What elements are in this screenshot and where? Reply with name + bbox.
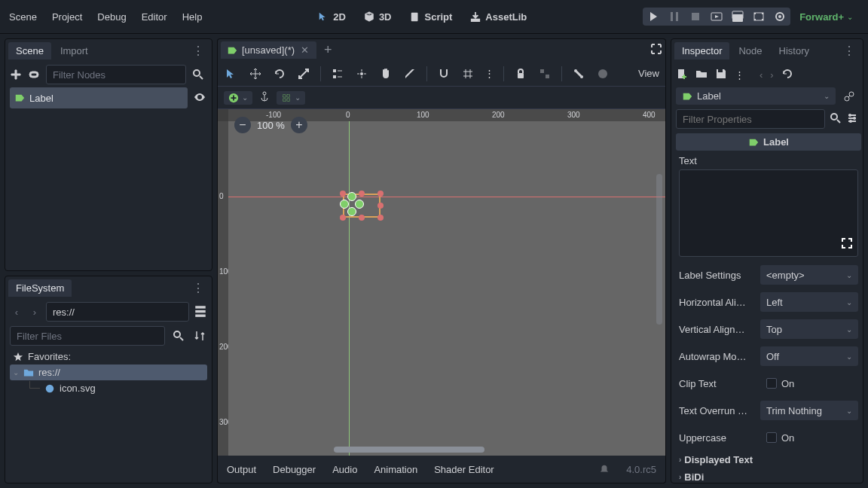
inspected-node[interactable]: Label ⌄	[676, 87, 836, 105]
insp-search-icon[interactable]	[830, 112, 842, 127]
resize-handle[interactable]	[377, 215, 384, 221]
viewport-2d[interactable]	[228, 121, 665, 456]
resize-handle[interactable]	[377, 203, 384, 209]
move-tool-icon[interactable]	[248, 66, 263, 81]
snap-toggle-icon[interactable]	[436, 66, 451, 81]
fs-sort-icon[interactable]	[192, 328, 207, 343]
play-icon[interactable]	[647, 11, 659, 23]
bell-icon[interactable]	[599, 464, 610, 474]
menu-editor[interactable]: Editor	[142, 11, 167, 23]
ruler-tool-icon[interactable]	[402, 66, 417, 81]
pause-icon[interactable]	[668, 11, 680, 23]
history-reset-icon[interactable]	[781, 68, 793, 82]
rotate-tool-icon[interactable]	[272, 66, 287, 81]
node-tab[interactable]: Node	[731, 42, 769, 59]
panel-menu-icon[interactable]: ⋮	[188, 44, 209, 58]
prop-uppercase[interactable]: Uppercase On	[676, 424, 861, 451]
nav-forward-icon[interactable]: ›	[28, 303, 41, 320]
animation-tab[interactable]: Animation	[374, 464, 417, 475]
checkbox-icon[interactable]	[766, 378, 777, 389]
menu-scene[interactable]: Scene	[9, 11, 37, 23]
debugger-tab[interactable]: Debugger	[273, 464, 316, 475]
add-node-icon[interactable]	[10, 67, 22, 82]
filter-files-input[interactable]	[10, 326, 165, 346]
history-back-icon[interactable]: ‹	[760, 69, 763, 81]
snap-menu-icon[interactable]: ⋮	[484, 68, 494, 79]
movie-icon[interactable]	[753, 11, 765, 23]
fold-bidi[interactable]: ›BiDi	[676, 468, 861, 483]
resize-handle[interactable]	[359, 215, 365, 221]
prop-label-settings[interactable]: Label Settings <empty>⌄	[676, 261, 861, 288]
menu-project[interactable]: Project	[52, 11, 82, 23]
anchor-icon[interactable]	[258, 90, 270, 105]
pivot-handle[interactable]	[347, 207, 356, 216]
pivot-handle[interactable]	[355, 200, 364, 209]
inspector-extra-menu-icon[interactable]: ⋮	[735, 69, 744, 81]
horizontal-scrollbar[interactable]	[334, 447, 484, 453]
pivot-icon[interactable]	[354, 66, 369, 81]
audio-tab[interactable]: Audio	[332, 464, 357, 475]
zoom-out-button[interactable]: −	[234, 117, 251, 133]
expand-icon[interactable]	[841, 237, 853, 252]
workspace-assetlib[interactable]: AssetLib	[463, 7, 534, 27]
resize-handle[interactable]	[340, 215, 346, 221]
pivot-handle[interactable]	[340, 200, 349, 209]
distraction-free-icon[interactable]	[650, 43, 662, 57]
inspector-panel-menu-icon[interactable]: ⋮	[839, 44, 860, 58]
link-icon[interactable]	[28, 67, 40, 82]
renderer-select[interactable]: Forward+ ⌄	[793, 11, 859, 23]
history-tab[interactable]: History	[772, 42, 817, 59]
pan-tool-icon[interactable]	[378, 66, 393, 81]
scene-tab[interactable]: Scene	[8, 42, 51, 59]
camera-icon[interactable]	[774, 11, 786, 23]
filter-properties-input[interactable]	[676, 109, 825, 129]
section-label[interactable]: Label	[676, 133, 861, 151]
pivot-handle[interactable]	[347, 192, 356, 201]
prop-autowrap-mode[interactable]: Autowrap Mo… Off⌄	[676, 343, 861, 370]
group-icon[interactable]	[537, 66, 552, 81]
resize-handle[interactable]	[340, 191, 346, 197]
vertical-scrollbar[interactable]	[656, 174, 662, 325]
visibility-icon[interactable]	[192, 91, 207, 105]
workspace-3d[interactable]: 3D	[356, 7, 399, 27]
output-tab[interactable]: Output	[227, 464, 256, 475]
menu-debug[interactable]: Debug	[97, 11, 126, 23]
unique-name-icon[interactable]	[840, 87, 858, 105]
lock-icon[interactable]	[513, 66, 528, 81]
prop-vertical-alignment[interactable]: Vertical Align… Top⌄	[676, 316, 861, 343]
workspace-script[interactable]: Script	[402, 7, 460, 27]
fs-file-icon-svg[interactable]: icon.svg	[10, 380, 207, 396]
resize-handle[interactable]	[359, 191, 365, 197]
menu-help[interactable]: Help	[182, 11, 203, 23]
inspector-tab[interactable]: Inspector	[674, 42, 729, 59]
filesystem-tab[interactable]: FileSystem	[8, 279, 72, 297]
fs-panel-menu-icon[interactable]: ⋮	[188, 281, 209, 295]
insp-settings-icon[interactable]	[846, 112, 858, 127]
add-node-viewport[interactable]: ⌄	[224, 91, 252, 105]
fs-view-mode-icon[interactable]	[194, 304, 207, 320]
stop-icon[interactable]	[689, 11, 701, 23]
workspace-2d[interactable]: 2D	[310, 7, 353, 27]
bone-icon[interactable]	[571, 66, 586, 81]
load-resource-icon[interactable]	[695, 68, 708, 82]
nav-back-icon[interactable]: ‹	[10, 303, 23, 320]
resize-handle[interactable]	[377, 191, 384, 197]
prop-clip-text[interactable]: Clip Text On	[676, 370, 861, 397]
close-tab-icon[interactable]: ✕	[299, 44, 310, 56]
zoom-level[interactable]: 100 %	[257, 120, 285, 131]
history-forward-icon[interactable]: ›	[770, 69, 773, 81]
fs-res-folder[interactable]: ⌄ res://	[10, 364, 207, 380]
add-tab-icon[interactable]: +	[316, 42, 340, 58]
search-icon[interactable]	[192, 67, 204, 82]
fs-favorites[interactable]: Favorites:	[10, 349, 207, 364]
fs-search-icon[interactable]	[171, 328, 186, 343]
fold-displayed-text[interactable]: ›Displayed Text	[676, 451, 861, 468]
grid-options[interactable]: ⌄	[277, 91, 305, 105]
select-tool-icon[interactable]	[224, 66, 239, 81]
grid-snap-icon[interactable]	[460, 66, 475, 81]
play-custom-icon[interactable]	[732, 11, 744, 23]
text-property-field[interactable]	[679, 169, 858, 257]
folder-expand-icon[interactable]: ⌄	[13, 368, 19, 377]
import-tab[interactable]: Import	[53, 42, 96, 59]
scene-editor-tab[interactable]: [unsaved](*) ✕	[221, 41, 316, 59]
